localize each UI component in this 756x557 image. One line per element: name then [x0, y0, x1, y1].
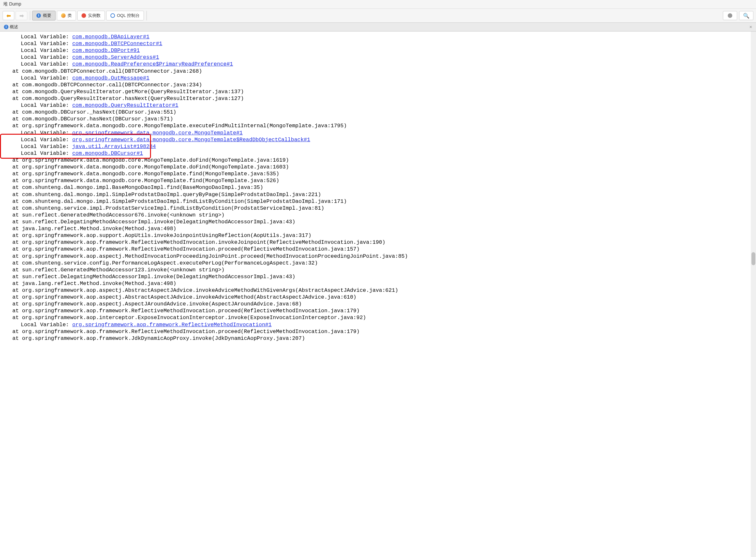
- search-button[interactable]: 🔍: [739, 11, 753, 20]
- window-title: 堆 Dump: [0, 0, 756, 9]
- overview-tab[interactable]: i 概述: [1, 23, 21, 30]
- trace-line: at com.shunteng.dal.mongo.impl.BaseMongo…: [3, 184, 753, 191]
- stack-frame-text: org.springframework.aop.aspectj.Abstract…: [22, 294, 357, 300]
- stack-frame-text: com.mongodb.DBCursor.hasNext(DBCursor.ja…: [22, 116, 173, 122]
- trace-line: at com.shunteng.dal.mongo.impl.SimplePro…: [3, 191, 753, 198]
- stack-frame-text: org.springframework.aop.support.AopUtils…: [22, 232, 311, 239]
- trace-line: at sun.reflect.DelegatingMethodAccessorI…: [3, 273, 753, 280]
- at-prefix: at: [12, 219, 22, 225]
- at-prefix: at: [12, 164, 22, 170]
- stack-frame-text: com.mongodb.DBCursor._hasNext(DBCursor.j…: [22, 109, 176, 115]
- stack-frame-text: org.springframework.data.mongodb.core.Mo…: [22, 123, 347, 129]
- at-prefix: at: [12, 82, 22, 88]
- overview-label: 概要: [43, 13, 51, 19]
- class-reference-link[interactable]: com.mongodb.DBApiLayer#1: [72, 34, 149, 40]
- at-prefix: at: [12, 205, 22, 211]
- nav-forward-button[interactable]: ➡: [16, 11, 27, 20]
- class-reference-link[interactable]: java.util.ArrayList#198284: [72, 144, 156, 150]
- at-prefix: at: [12, 109, 22, 115]
- stack-frame-text: sun.reflect.DelegatingMethodAccessorImpl…: [22, 274, 296, 280]
- stack-frame-text: com.mongodb.DBTCPConnector.call(DBTCPCon…: [22, 82, 202, 88]
- local-variable-prefix: Local Variable:: [21, 61, 72, 67]
- at-prefix: at: [12, 281, 22, 287]
- at-prefix: at: [12, 253, 22, 259]
- local-variable-prefix: Local Variable:: [21, 150, 72, 156]
- stack-frame-text: org.springframework.aop.framework.Reflec…: [22, 239, 386, 245]
- scrollbar[interactable]: [751, 31, 756, 557]
- trace-line: Local Variable: org.springframework.aop.…: [3, 321, 753, 328]
- trace-line: at org.springframework.aop.aspectj.Abstr…: [3, 287, 753, 294]
- stack-frame-text: org.springframework.aop.aspectj.MethodIn…: [22, 253, 408, 259]
- stack-frame-text: com.shunteng.dal.mongo.impl.SimpleProdst…: [22, 192, 321, 198]
- stack-frame-text: org.springframework.aop.framework.JdkDyn…: [22, 335, 305, 342]
- at-prefix: at: [12, 239, 22, 245]
- trace-line: at org.springframework.data.mongodb.core…: [3, 164, 753, 170]
- trace-line: Local Variable: com.mongodb.DBApiLayer#1: [3, 33, 753, 40]
- status-button[interactable]: [723, 11, 737, 20]
- class-reference-link[interactable]: com.mongodb.OutMessage#1: [72, 75, 149, 81]
- at-prefix: at: [12, 123, 22, 129]
- at-prefix: at: [12, 301, 22, 307]
- class-reference-link[interactable]: com.mongodb.ServerAddress#1: [72, 54, 159, 60]
- local-variable-prefix: Local Variable:: [21, 34, 72, 40]
- at-prefix: at: [12, 274, 22, 280]
- at-prefix: at: [12, 232, 22, 239]
- class-reference-link[interactable]: com.mongodb.ReadPreference$PrimaryReadPr…: [72, 61, 233, 67]
- class-reference-link[interactable]: org.springframework.data.mongodb.core.Mo…: [72, 137, 310, 143]
- stack-frame-text: org.springframework.data.mongodb.core.Mo…: [22, 171, 279, 177]
- trace-line: at com.mongodb.QueryResultIterator.getMo…: [3, 88, 753, 95]
- at-prefix: at: [12, 212, 22, 218]
- stack-frame-text: com.mongodb.QueryResultIterator.hasNext(…: [22, 95, 244, 101]
- instances-button[interactable]: 实例数: [77, 11, 105, 21]
- class-reference-link[interactable]: org.springframework.aop.framework.Reflec…: [72, 322, 272, 328]
- class-icon: [61, 13, 65, 18]
- trace-line: Local Variable: org.springframework.data…: [3, 136, 753, 143]
- oql-label: OQL 控制台: [117, 13, 140, 19]
- tab-bar: i 概述 ×: [0, 23, 756, 31]
- class-reference-link[interactable]: com.mongodb.DBPort#91: [72, 48, 140, 54]
- at-prefix: at: [12, 246, 22, 252]
- classes-button[interactable]: 类: [57, 11, 76, 21]
- at-prefix: at: [12, 178, 22, 184]
- search-icon: 🔍: [743, 13, 750, 19]
- trace-line: Local Variable: com.mongodb.DBTCPConnect…: [3, 40, 753, 47]
- tab-close-button[interactable]: ×: [747, 24, 755, 30]
- trace-line: at org.springframework.aop.aspectj.Abstr…: [3, 294, 753, 300]
- stack-frame-text: sun.reflect.GeneratedMethodAccessor123.i…: [22, 267, 225, 273]
- at-prefix: at: [12, 287, 22, 293]
- at-prefix: at: [12, 89, 22, 95]
- oql-console-button[interactable]: OQL 控制台: [106, 11, 144, 21]
- stacktrace-content: Local Variable: com.mongodb.DBApiLayer#1…: [0, 31, 756, 557]
- instance-icon: [82, 13, 86, 18]
- at-prefix: at: [12, 157, 22, 163]
- scrollbar-thumb[interactable]: [752, 252, 755, 265]
- trace-line: at org.springframework.aop.framework.Ref…: [3, 239, 753, 246]
- local-variable-prefix: Local Variable:: [21, 137, 72, 143]
- info-icon: i: [4, 25, 8, 29]
- oql-icon: [110, 13, 115, 18]
- overview-button[interactable]: i 概要: [32, 11, 56, 21]
- stack-frame-text: com.shunteng.service.impl.ProdstatServic…: [22, 205, 325, 211]
- trace-line: Local Variable: org.springframework.data…: [3, 129, 753, 136]
- at-prefix: at: [12, 68, 22, 74]
- local-variable-prefix: Local Variable:: [21, 130, 72, 136]
- at-prefix: at: [12, 328, 22, 335]
- local-variable-prefix: Local Variable:: [21, 40, 72, 47]
- local-variable-prefix: Local Variable:: [21, 144, 72, 150]
- class-reference-link[interactable]: com.mongodb.QueryResultIterator#1: [72, 102, 178, 109]
- at-prefix: at: [12, 116, 22, 122]
- local-variable-prefix: Local Variable:: [21, 102, 72, 109]
- class-reference-link[interactable]: org.springframework.data.mongodb.core.Mo…: [72, 130, 243, 136]
- class-reference-link[interactable]: com.mongodb.DBCursor#1: [72, 150, 143, 156]
- trace-line: Local Variable: com.mongodb.DBCursor#1: [3, 150, 753, 157]
- trace-line: at com.mongodb.DBTCPConnector.call(DBTCP…: [3, 68, 753, 75]
- instances-label: 实例数: [88, 13, 101, 19]
- local-variable-prefix: Local Variable:: [21, 322, 72, 328]
- class-reference-link[interactable]: com.mongodb.DBTCPConnector#1: [72, 40, 162, 47]
- trace-line: at org.springframework.data.mongodb.core…: [3, 177, 753, 184]
- stack-frame-text: com.mongodb.QueryResultIterator.getMore(…: [22, 89, 244, 95]
- nav-back-button[interactable]: ⬅: [3, 11, 14, 20]
- info-icon: i: [36, 13, 41, 18]
- trace-line: at org.springframework.data.mongodb.core…: [3, 122, 753, 129]
- stack-frame-text: java.lang.reflect.Method.invoke(Method.j…: [22, 226, 176, 232]
